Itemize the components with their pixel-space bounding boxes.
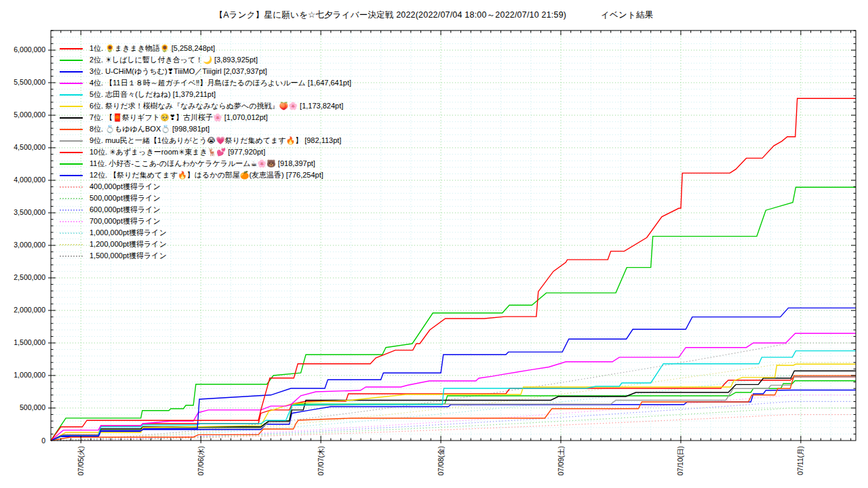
- y-tick-label: 4,500,000: [14, 143, 45, 151]
- legend-label: 1位. 🌻まきまき物語🌻 [5,258,248pt]: [90, 43, 215, 54]
- legend-line-swatch: [60, 48, 83, 49]
- legend-item-pace-600000: 600,000pt獲得ライン: [60, 204, 351, 216]
- legend-item-pace-1000000: 1,000,000pt獲得ライン: [60, 227, 351, 239]
- legend-line-swatch: [60, 117, 83, 119]
- legend-label: 400,000pt獲得ライン: [90, 181, 161, 192]
- series-line-rank-7: [51, 371, 856, 441]
- chart-legend: 1位. 🌻まきまき物語🌻 [5,258,248pt]2位. ☀しばしに暫し付き合…: [60, 43, 351, 262]
- legend-line-swatch: [60, 175, 83, 176]
- legend-line-swatch: [60, 106, 83, 107]
- legend-item-rank-2: 2位. ☀しばしに暫し付き合って！🌙 [3,893,925pt]: [60, 54, 351, 66]
- x-tick-label: 07/08(金): [437, 446, 445, 476]
- legend-label: 1,000,000pt獲得ライン: [90, 227, 167, 239]
- y-tick-label: 2,500,000: [14, 273, 45, 281]
- y-tick-label: 5,500,000: [14, 78, 45, 86]
- legend-line-swatch: [60, 221, 83, 222]
- x-tick-label: 07/09(土): [557, 446, 565, 476]
- legend-item-pace-400000: 400,000pt獲得ライン: [60, 181, 351, 192]
- y-tick-label: 5,000,000: [14, 110, 45, 119]
- y-tick-label: 4,000,000: [14, 176, 45, 184]
- legend-label: 500,000pt獲得ライン: [90, 192, 161, 204]
- y-tick-label: 500,000: [20, 403, 45, 411]
- legend-label: 2位. ☀しばしに暫し付き合って！🌙 [3,893,925pt]: [90, 54, 258, 66]
- legend-label: 700,000pt獲得ライン: [90, 216, 161, 227]
- legend-label: 6位. 祭りだ求！桜樹なみ『なみなみならぬ夢への挑戦』🍑🌸 [1,173,824…: [90, 100, 343, 112]
- legend-line-swatch: [60, 232, 83, 234]
- y-tick-label: 0: [41, 436, 45, 445]
- legend-label: 9位. muu民と一緒【1位ありがとう😭💗祭りだ集めてます🔥】 [982,113…: [90, 135, 341, 146]
- legend-item-rank-12: 12位. 【祭りだ集めてます🔥】はるかの部屋🍊(友恵温香) [776,254pt…: [60, 169, 351, 181]
- legend-line-swatch: [60, 71, 83, 73]
- legend-label: 8位. 💍もゆゆんBOX💍 [998,981pt]: [90, 123, 210, 135]
- x-tick-label: 07/06(水): [197, 446, 205, 476]
- x-tick-label: 07/07(木): [317, 446, 325, 476]
- legend-item-rank-4: 4位. 【11日１８時～超ガチイベ‼】月島ほたるのほろよいルーム [1,647,…: [60, 77, 351, 89]
- legend-item-pace-1500000: 1,500,000pt獲得ライン: [60, 250, 351, 262]
- legend-label: 7位. 【🧧祭りギフト🥺❣】古川桜子🌸 [1,070,012pt]: [90, 112, 268, 123]
- y-tick-label: 1,500,000: [14, 338, 45, 346]
- series-line-rank-11: [51, 381, 856, 441]
- legend-label: 11位. 小好杏-ここあ-のほんわかケラケラルーム☕🌸🐻 [918,397pt]: [90, 158, 315, 169]
- y-tick-label: 3,500,000: [14, 208, 45, 216]
- legend-item-rank-6: 6位. 祭りだ求！桜樹なみ『なみなみならぬ夢への挑戦』🍑🌸 [1,173,824…: [60, 100, 351, 112]
- legend-line-swatch: [60, 152, 83, 153]
- legend-item-rank-11: 11位. 小好杏-ここあ-のほんわかケラケラルーム☕🌸🐻 [918,397pt]: [60, 158, 351, 169]
- legend-line-swatch: [60, 209, 83, 211]
- legend-line-swatch: [60, 256, 83, 257]
- legend-label: 600,000pt獲得ライン: [90, 204, 161, 216]
- event-result-chart-page: 【Aランク】星に願いを☆七夕ライバー決定戦 2022(2022/07/04 18…: [0, 0, 868, 488]
- legend-label: 10位. ✳あずまっきーroom✳東まき🦌💕 [977,920pt]: [90, 146, 265, 158]
- legend-line-swatch: [60, 198, 83, 199]
- legend-line-swatch: [60, 140, 83, 142]
- legend-label: 3位. U-CHiM(ゆうちむ)❣TiiiMO／Tiiigirl [2,037,…: [90, 66, 267, 77]
- legend-line-swatch: [60, 94, 83, 96]
- legend-label: 12位. 【祭りだ集めてます🔥】はるかの部屋🍊(友恵温香) [776,254pt…: [90, 169, 323, 181]
- legend-line-swatch: [60, 244, 83, 245]
- y-tick-label: 2,000,000: [14, 306, 45, 314]
- legend-line-swatch: [60, 186, 83, 188]
- legend-item-rank-9: 9位. muu民と一緒【1位ありがとう😭💗祭りだ集めてます🔥】 [982,113…: [60, 135, 351, 146]
- x-tick-label: 07/10(日): [676, 446, 684, 476]
- y-tick-label: 1,000,000: [14, 371, 45, 379]
- legend-item-rank-5: 5位. 志田音々(しだねね) [1,379,211pt]: [60, 89, 351, 100]
- y-tick-label: 3,000,000: [14, 241, 45, 249]
- series-line-rank-12: [51, 390, 856, 441]
- legend-item-rank-1: 1位. 🌻まきまき物語🌻 [5,258,248pt]: [60, 43, 351, 54]
- legend-item-rank-8: 8位. 💍もゆゆんBOX💍 [998,981pt]: [60, 123, 351, 135]
- legend-item-pace-1200000: 1,200,000pt獲得ライン: [60, 239, 351, 250]
- legend-label: 4位. 【11日１８時～超ガチイベ‼】月島ほたるのほろよいルーム [1,647,…: [90, 77, 351, 89]
- legend-line-swatch: [60, 163, 83, 165]
- legend-item-pace-500000: 500,000pt獲得ライン: [60, 192, 351, 204]
- legend-label: 5位. 志田音々(しだねね) [1,379,211pt]: [90, 89, 216, 100]
- legend-label: 1,500,000pt獲得ライン: [90, 250, 167, 262]
- legend-item-rank-10: 10位. ✳あずまっきーroom✳東まき🦌💕 [977,920pt]: [60, 146, 351, 158]
- legend-line-swatch: [60, 83, 83, 84]
- legend-item-pace-700000: 700,000pt獲得ライン: [60, 216, 351, 227]
- x-tick-label: 07/05(火): [77, 446, 85, 476]
- legend-item-rank-3: 3位. U-CHiM(ゆうちむ)❣TiiiMO／Tiiigirl [2,037,…: [60, 66, 351, 77]
- legend-label: 1,200,000pt獲得ライン: [90, 239, 167, 250]
- legend-line-swatch: [60, 60, 83, 61]
- legend-line-swatch: [60, 129, 83, 130]
- y-tick-label: 6,000,000: [14, 45, 45, 54]
- x-tick-label: 07/11(月): [796, 446, 804, 475]
- legend-item-rank-7: 7位. 【🧧祭りギフト🥺❣】古川桜子🌸 [1,070,012pt]: [60, 112, 351, 123]
